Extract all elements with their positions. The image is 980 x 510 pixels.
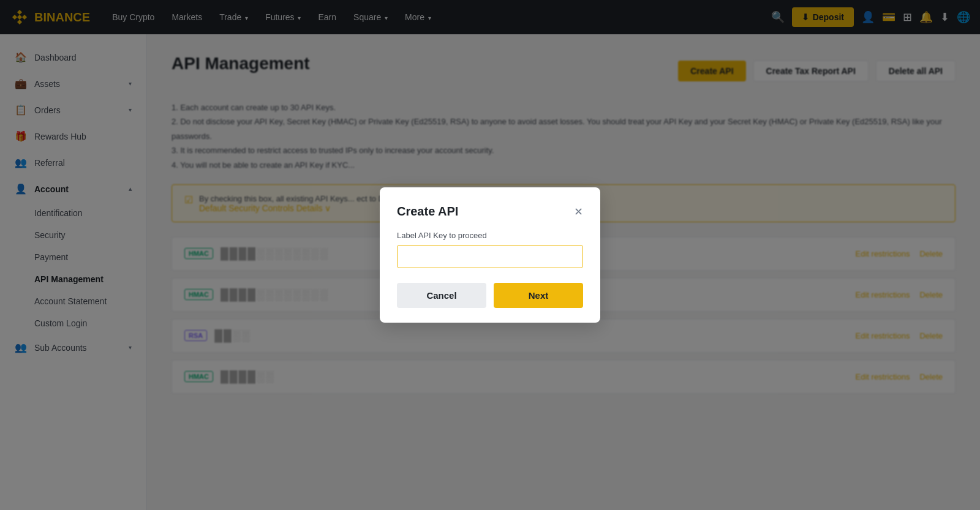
modal-overlay[interactable]: Create API ✕ Label API Key to proceed Ca… — [0, 0, 980, 510]
next-button[interactable]: Next — [494, 283, 583, 308]
modal-header: Create API ✕ — [397, 204, 583, 219]
create-api-modal: Create API ✕ Label API Key to proceed Ca… — [380, 187, 600, 323]
modal-close-button[interactable]: ✕ — [574, 205, 583, 219]
modal-title: Create API — [397, 204, 458, 219]
cancel-button[interactable]: Cancel — [397, 283, 486, 308]
api-label-input[interactable] — [397, 245, 583, 268]
modal-actions: Cancel Next — [397, 283, 583, 308]
modal-input-label: Label API Key to proceed — [397, 231, 583, 240]
